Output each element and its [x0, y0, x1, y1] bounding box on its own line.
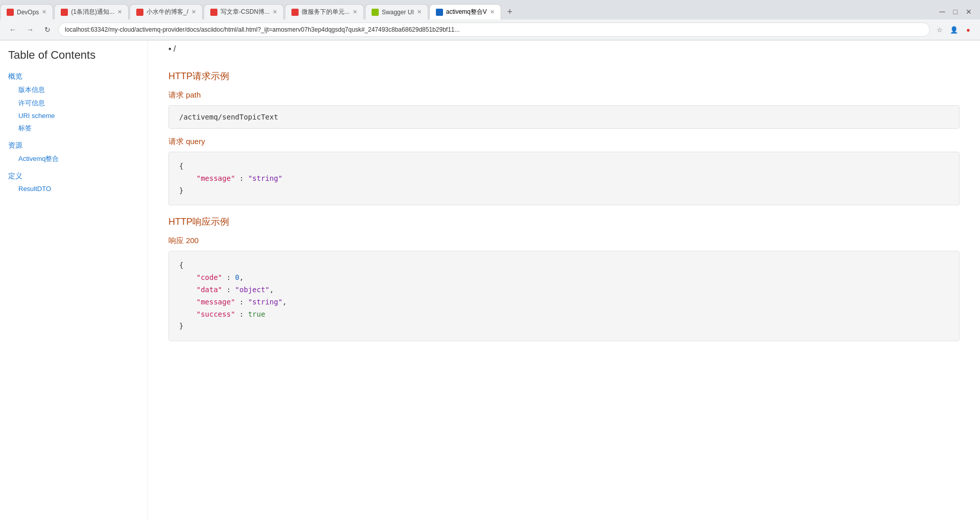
bookmark-icon[interactable]: ☆: [934, 24, 945, 35]
tab-csdn3[interactable]: 写文章-CSDN博... ✕: [204, 4, 284, 19]
query-message-value: "string": [248, 174, 282, 182]
tab-devops[interactable]: DevOps ✕: [0, 4, 53, 19]
bullet-point: • /: [168, 40, 960, 60]
tab-label-activemq: activemq整合V: [446, 8, 487, 16]
toc-item-license[interactable]: 许可信息: [8, 97, 148, 110]
sidebar: Table of Contents 概览 版本信息 许可信息 URI schem…: [0, 40, 148, 521]
back-button[interactable]: ←: [6, 23, 19, 36]
resp-code-key: "code": [197, 273, 223, 281]
tab-label-devops: DevOps: [17, 9, 39, 16]
tab-favicon-swagger: [372, 9, 379, 16]
tab-bar: DevOps ✕ (1条消息)通知... ✕ 小水牛的博客_/ ✕ 写文章-CS…: [0, 0, 980, 19]
resp-message-value: "string": [248, 298, 282, 306]
tab-csdn4[interactable]: 微服务下的单元... ✕: [285, 4, 364, 19]
http-response-example-title: HTTP响应示例: [168, 216, 960, 228]
resp-message-key: "message": [197, 298, 235, 306]
profile-icon[interactable]: 👤: [948, 24, 960, 35]
request-path-label: 请求 path: [168, 90, 960, 100]
tab-favicon-devops: [7, 9, 14, 16]
tab-favicon-csdn2: [136, 9, 143, 16]
tab-favicon-csdn1: [61, 9, 68, 16]
tab-close-activemq[interactable]: ✕: [490, 9, 495, 15]
reload-button[interactable]: ↻: [41, 23, 54, 36]
toc-item-overview[interactable]: 概览: [8, 70, 148, 83]
resp-open-brace: {: [179, 261, 183, 269]
tab-csdn1[interactable]: (1条消息)通知... ✕: [54, 4, 129, 19]
address-input[interactable]: [58, 22, 930, 37]
resp-code-value: 0: [235, 273, 239, 281]
tab-activemq[interactable]: activemq整合V ✕: [429, 4, 501, 19]
tab-favicon-csdn3: [210, 9, 217, 16]
toc-item-definitions[interactable]: 定义: [8, 170, 148, 183]
toc-item-tags[interactable]: 标签: [8, 122, 148, 135]
tab-label-swagger: Swagger UI: [382, 9, 414, 16]
query-colon: :: [235, 174, 248, 182]
request-query-label: 请求 query: [168, 137, 960, 147]
tab-label-csdn3: 写文章-CSDN博...: [220, 8, 270, 16]
tab-favicon-activemq: [436, 9, 443, 16]
toc-item-resources[interactable]: 资源: [8, 139, 148, 152]
minimize-button[interactable]: ─: [939, 7, 945, 16]
tab-swagger[interactable]: Swagger UI ✕: [365, 4, 428, 19]
tab-close-csdn1[interactable]: ✕: [117, 9, 122, 15]
toc-item-resultdto[interactable]: ResultDTO: [8, 183, 148, 195]
tab-close-csdn4[interactable]: ✕: [353, 9, 357, 15]
content-area: Table of Contents 概览 版本信息 许可信息 URI schem…: [0, 40, 980, 521]
request-path-code: /activemq/sendTopicText: [168, 105, 960, 129]
browser-chrome: DevOps ✕ (1条消息)通知... ✕ 小水牛的博客_/ ✕ 写文章-CS…: [0, 0, 980, 40]
tab-csdn2[interactable]: 小水牛的博客_/ ✕: [130, 4, 203, 19]
toc-item-version[interactable]: 版本信息: [8, 83, 148, 97]
response-200-json: { "code" : 0, "data" : "object", "messag…: [168, 251, 960, 341]
resp-data-value: "object": [235, 286, 270, 294]
resp-success-key: "success": [197, 310, 235, 318]
response-200-label: 响应 200: [168, 236, 960, 246]
address-icons: ☆ 👤 ●: [934, 24, 974, 35]
tab-close-swagger[interactable]: ✕: [417, 9, 422, 15]
resp-close-brace: }: [179, 322, 183, 330]
resp-data-key: "data": [197, 286, 223, 294]
tab-close-devops[interactable]: ✕: [42, 9, 46, 15]
close-button[interactable]: ✕: [966, 8, 972, 16]
toc-title: Table of Contents: [8, 49, 148, 62]
forward-button[interactable]: →: [23, 23, 37, 36]
http-request-example-title: HTTP请求示例: [168, 70, 960, 82]
request-query-json: { "message" : "string" }: [168, 152, 960, 205]
toc-item-activemq[interactable]: Activemq整合: [8, 152, 148, 165]
tab-close-csdn3[interactable]: ✕: [273, 9, 277, 15]
tab-favicon-csdn4: [291, 9, 299, 16]
toc-item-uri-scheme[interactable]: URI scheme: [8, 110, 148, 122]
tab-close-csdn2[interactable]: ✕: [191, 9, 196, 15]
main-panel: • / HTTP请求示例 请求 path /activemq/sendTopic…: [148, 40, 980, 521]
query-message-key: "message": [197, 174, 235, 182]
extension-icon[interactable]: ●: [963, 24, 974, 35]
maximize-button[interactable]: □: [953, 8, 958, 16]
query-close-brace: }: [179, 186, 183, 195]
resp-success-value: true: [248, 310, 265, 318]
address-bar: ← → ↻ ☆ 👤 ●: [0, 19, 980, 40]
tab-label-csdn4: 微服务下的单元...: [302, 8, 350, 16]
tab-label-csdn2: 小水牛的博客_/: [146, 8, 188, 16]
new-tab-button[interactable]: +: [502, 4, 518, 19]
tab-label-csdn1: (1条消息)通知...: [71, 8, 114, 16]
query-open-brace: {: [179, 162, 183, 170]
